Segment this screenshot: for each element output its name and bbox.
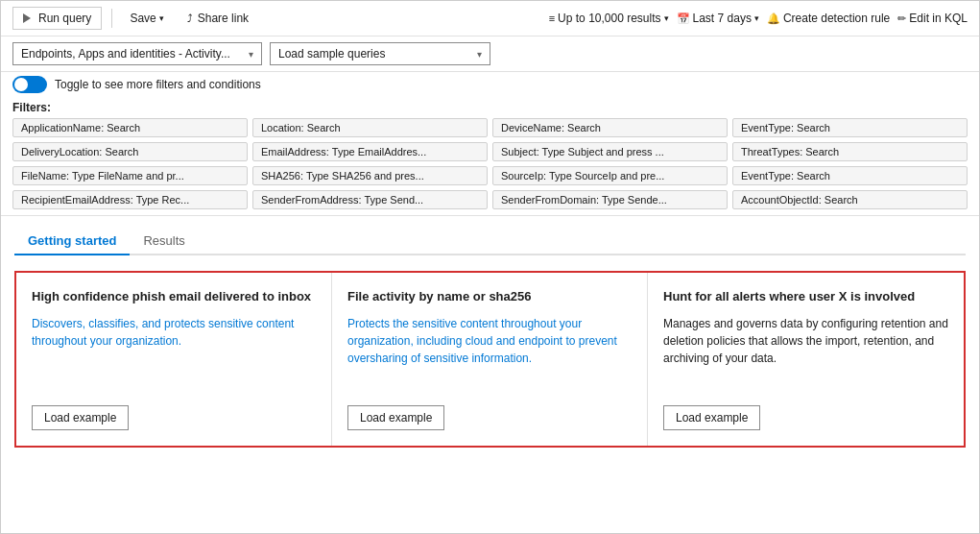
filters-row: Filters: bbox=[12, 101, 968, 114]
card-title: File activity by name or sha256 bbox=[347, 288, 632, 305]
rule-icon: 🔔 bbox=[767, 12, 780, 25]
time-range-label: Last 7 days bbox=[693, 12, 752, 25]
card-2: Hunt for all alerts where user X is invo… bbox=[648, 273, 964, 446]
app-container: Run query Save ▾ ⤴ Share link ≡ Up to 10… bbox=[0, 0, 980, 534]
cards-container: High confidence phish email delivered to… bbox=[14, 271, 966, 448]
filter-chip[interactable]: Subject: Type Subject and press ... bbox=[492, 142, 728, 161]
edit-kql-button[interactable]: ✏ Edit in KQL bbox=[897, 12, 968, 25]
card-0: High confidence phish email delivered to… bbox=[16, 273, 332, 446]
filter-chip[interactable]: EventType: Search bbox=[732, 118, 968, 137]
card-desc-link: Manages and governs data by configuring … bbox=[663, 317, 926, 330]
toolbar-separator bbox=[111, 9, 112, 28]
results-caret-icon: ▾ bbox=[664, 13, 669, 23]
card-1: File activity by name or sha256Protects … bbox=[332, 273, 648, 446]
filter-chip[interactable]: SHA256: Type SHA256 and pres... bbox=[252, 166, 488, 185]
toggle-row: Toggle to see more filters and condition… bbox=[1, 72, 979, 97]
filters-label: Filters: bbox=[12, 101, 51, 114]
load-example-button-0[interactable]: Load example bbox=[32, 405, 129, 430]
time-range-button[interactable]: 📅 Last 7 days ▾ bbox=[677, 12, 759, 25]
calendar-icon: 📅 bbox=[677, 12, 690, 25]
filter-chip[interactable]: SourceIp: Type SourceIp and pre... bbox=[492, 166, 728, 185]
share-link-label: Share link bbox=[198, 12, 249, 25]
filter-chip[interactable]: SenderFromAddress: Type Send... bbox=[252, 190, 488, 209]
sample-dropdown-label: Load sample queries bbox=[278, 47, 385, 61]
toolbar-right: ≡ Up to 10,000 results ▾ 📅 Last 7 days ▾… bbox=[549, 12, 968, 25]
filter-chip[interactable]: FileName: Type FileName and pr... bbox=[12, 166, 248, 185]
results-limit-label: Up to 10,000 results bbox=[558, 12, 660, 25]
query-row: Endpoints, Apps and identities - Activit… bbox=[1, 36, 979, 72]
main-content: Getting startedResults High confidence p… bbox=[1, 216, 979, 533]
save-button[interactable]: Save ▾ bbox=[122, 8, 171, 29]
results-limit-button[interactable]: ≡ Up to 10,000 results ▾ bbox=[549, 12, 669, 25]
save-caret-icon: ▾ bbox=[159, 13, 164, 23]
run-query-label: Run query bbox=[38, 12, 91, 25]
card-description: Protects the sensitive content throughou… bbox=[347, 315, 632, 394]
share-icon: ⤴ bbox=[187, 12, 193, 24]
filter-chip[interactable]: EventType: Search bbox=[732, 166, 968, 185]
filter-chip[interactable]: SenderFromDomain: Type Sende... bbox=[492, 190, 728, 209]
filter-chip[interactable]: DeviceName: Search bbox=[492, 118, 728, 137]
sample-queries-dropdown[interactable]: Load sample queries ▾ bbox=[270, 42, 490, 65]
filter-chip[interactable]: ApplicationName: Search bbox=[12, 118, 248, 137]
filters-section: Filters: ApplicationName: SearchLocation… bbox=[1, 97, 979, 216]
play-icon bbox=[23, 13, 31, 23]
edit-kql-label: Edit in KQL bbox=[909, 12, 968, 25]
filter-chip[interactable]: DeliveryLocation: Search bbox=[12, 142, 248, 161]
endpoint-dropdown[interactable]: Endpoints, Apps and identities - Activit… bbox=[12, 42, 262, 65]
tab-results[interactable]: Results bbox=[130, 228, 198, 255]
tab-getting-started[interactable]: Getting started bbox=[14, 228, 130, 255]
time-caret-icon: ▾ bbox=[754, 13, 759, 23]
card-title: High confidence phish email delivered to… bbox=[32, 288, 316, 305]
share-link-button[interactable]: ⤴ Share link bbox=[179, 8, 256, 29]
toolbar: Run query Save ▾ ⤴ Share link ≡ Up to 10… bbox=[1, 1, 979, 36]
create-rule-button[interactable]: 🔔 Create detection rule bbox=[767, 12, 890, 25]
endpoint-chevron-icon: ▾ bbox=[249, 49, 253, 60]
results-icon: ≡ bbox=[549, 12, 555, 24]
load-example-button-2[interactable]: Load example bbox=[663, 405, 760, 430]
filter-chip[interactable]: AccountObjectId: Search bbox=[732, 190, 968, 209]
filter-chip[interactable]: EmailAddress: Type EmailAddres... bbox=[252, 142, 488, 161]
load-example-button-1[interactable]: Load example bbox=[347, 405, 444, 430]
create-rule-label: Create detection rule bbox=[783, 12, 890, 25]
toggle-slider bbox=[12, 76, 47, 93]
toggle-switch[interactable] bbox=[12, 76, 47, 93]
save-label: Save bbox=[130, 12, 155, 25]
card-title: Hunt for all alerts where user X is invo… bbox=[663, 288, 948, 305]
filter-chip[interactable]: RecipientEmailAddress: Type Rec... bbox=[12, 190, 248, 209]
run-query-button[interactable]: Run query bbox=[12, 7, 102, 30]
filter-chip[interactable]: ThreatTypes: Search bbox=[732, 142, 968, 161]
endpoint-dropdown-label: Endpoints, Apps and identities - Activit… bbox=[21, 47, 230, 61]
card-description: Discovers, classifies, and protects sens… bbox=[32, 315, 316, 394]
toggle-label: Toggle to see more filters and condition… bbox=[55, 78, 261, 91]
tabs: Getting startedResults bbox=[14, 228, 966, 255]
card-description: Manages and governs data by configuring … bbox=[663, 315, 948, 394]
sample-chevron-icon: ▾ bbox=[477, 49, 482, 60]
filters-grid: ApplicationName: SearchLocation: SearchD… bbox=[12, 118, 968, 209]
edit-icon: ✏ bbox=[897, 12, 906, 25]
filter-chip[interactable]: Location: Search bbox=[252, 118, 488, 137]
